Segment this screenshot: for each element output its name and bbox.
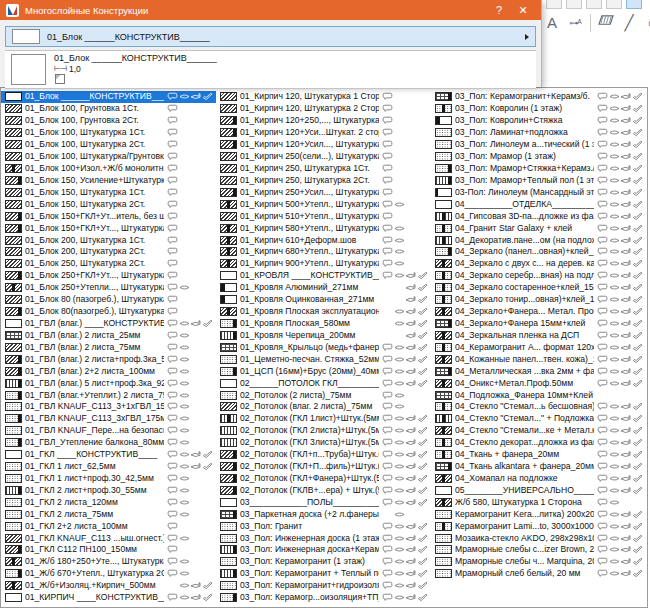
composite-row[interactable]: 04_Подложка_Фанера 10мм+Клей	[431, 389, 646, 401]
composite-row[interactable]: 04_Хомапал на подложке	[431, 473, 646, 485]
composite-row[interactable]: 04_Стекло "Стемал...ь бесшовная)+клей	[431, 401, 646, 413]
composite-row[interactable]: 04_Зеркало серебр...вная) на подложке	[431, 270, 646, 282]
composite-row[interactable]: 01_ГВЛ (влаг.) 5 лист+проф.3ка_92,5мм	[1, 377, 216, 389]
composite-row[interactable]: 04_Зеркало+Фанера 15мм+клей	[431, 318, 646, 330]
composite-row[interactable]: 04_Металлическая ...вка 2мм + фанера	[431, 365, 646, 377]
composite-row[interactable]: 03_Паркетная доска (+2 л.фанеры)	[216, 508, 431, 520]
composite-row[interactable]: 01_Кирпич 120, Штукатурка 2 Стороны	[216, 103, 431, 115]
composite-row[interactable]: 02______ПОТОЛОК ГКЛ__________	[216, 377, 431, 389]
composite-row[interactable]: 03_Пол: Мрамор+Теплый пол (1 этаж)	[431, 174, 646, 186]
composite-row[interactable]: 01_Кирпич 250+Усил..., Штукатурка 2Ст.	[216, 186, 431, 198]
composite-row[interactable]: 01_ГВЛ (влаг.) ____КОНСТРУКТИВ____	[1, 318, 216, 330]
composite-row[interactable]: 04_Оникс+Метал.Проф.50мм	[431, 377, 646, 389]
composite-row[interactable]: 01_Блок 100, Штукатурка 1Ст.	[1, 127, 216, 139]
composite-row[interactable]: 03_Пол: Гранит	[216, 520, 431, 532]
composite-row[interactable]: 01_ГКЛ 2+2 листа_100мм	[1, 520, 216, 532]
help-button[interactable]: ?	[487, 4, 511, 16]
composite-row[interactable]: 01_Блок 150, Усиление+Штукатурка 2Ст.	[1, 174, 216, 186]
composite-row[interactable]: 01_ГВЛ (влаг.) 2+2 листа_100мм	[1, 365, 216, 377]
composite-row[interactable]: 04_Гранит Star Galaxy + клей	[431, 222, 646, 234]
composite-row[interactable]: 02_Потолок (ГКЛ 1лист)+Штук.(5мм)	[216, 413, 431, 425]
label-tool-icon[interactable]: ⊶ᴬ	[567, 12, 583, 34]
composite-row[interactable]: 01_КИРПИЧ ____КОНСТРУКТИВ____	[1, 592, 216, 604]
composite-row[interactable]: 04_Ткань alkantara + фанера_20мм	[431, 461, 646, 473]
composite-row[interactable]: 03_Пол: Инженерная доска+Керамз/б.	[216, 544, 431, 556]
composite-row[interactable]: 01_ГВЛ KNAUF_С113_3+1хГВЛ_150мм	[1, 401, 216, 413]
composite-row[interactable]: 01_Блок 100, Штукатурка 2Ст.	[1, 139, 216, 151]
composite-row[interactable]: 01_ГВЛ (влаг.) 2 листа_75мм	[1, 341, 216, 353]
composite-row[interactable]: 03_Пол: Керамогранит (1 этаж)	[216, 556, 431, 568]
circle-tool-icon[interactable]: ○	[644, 12, 650, 34]
composite-row[interactable]: 01_Кирпич 580+Утепл., Штукатурка 1Ст.	[216, 222, 431, 234]
composite-row[interactable]: 01_Блок 150, Штукатурка 2Ст.	[1, 198, 216, 210]
composite-row[interactable]: 04_Зеркало с двух с... на дерев. каркасе	[431, 258, 646, 270]
composite-row[interactable]: 02_Потолок (ГКЛВ+...ера) + Штук.(5мм)	[216, 484, 431, 496]
composite-row[interactable]: 01_Блок 250+ГКЛ+Ут..., Штукатурка 1Ст.	[1, 270, 216, 282]
composite-row[interactable]: 01_Блок 80(пазогреб.), Штукатурка 1Ст.	[1, 306, 216, 318]
composite-row[interactable]: 02_Потолок (ГКЛ+П...филь)+Штук.(5мм)	[216, 461, 431, 473]
composite-row[interactable]: 01_Блок 150+ГКЛ+Ут..., Штукатурка 1Ст.	[1, 222, 216, 234]
composite-row[interactable]: 02_Потолок (ГКЛ+п...Труба)+Штук.(5мм)	[216, 449, 431, 461]
composite-row[interactable]: 02_Потолок (ГКЛ 3листа)+Штук.(5мм)	[216, 437, 431, 449]
composite-row[interactable]: 01_ГВЛ KNAUF_Пере...на безопасности»	[1, 425, 216, 437]
composite-row[interactable]: 01_Кирпич 120+Усил..., Штукатурка 1Ст.	[216, 139, 431, 151]
composite-row[interactable]: 01_Блок 80 (пазогреб.), Штукатурка 2Ст.	[1, 294, 216, 306]
composite-row[interactable]: 01_Кирпич 680+Утепл., Штукатурка 1Ст.	[216, 246, 431, 258]
composite-row[interactable]: 01_Кирпич 610+Деформ.шов	[216, 234, 431, 246]
composite-row[interactable]: 04_Кожанные панел...твен. кожа)_15мм	[431, 353, 646, 365]
composite-row[interactable]: Мраморные слебы ч... Marquina, 20 мм	[431, 556, 646, 568]
composite-row[interactable]: 03_Пол: Ковролин+Стяжка	[431, 115, 646, 127]
composite-row[interactable]: 01_ГКЛ 1 лист_62,5мм	[1, 461, 216, 473]
composite-row[interactable]: 04_Зеркало+Фанера... Метал. Профиле)	[431, 306, 646, 318]
composite-row[interactable]: 03_Пол: Ковролин (1 этаж)	[431, 103, 646, 115]
composite-row[interactable]: 01_Ж/б 180+250+Уте..., Штукатурка 1Ст.	[1, 556, 216, 568]
composite-row[interactable]: Керамогранит Lami...to, 3000х1000х3мм	[431, 520, 646, 532]
composite-row[interactable]: 01_Блок 150, Штукатурка 1Ст.	[1, 186, 216, 198]
composite-row[interactable]: 01_ГКЛ 2 листа_120мм	[1, 496, 216, 508]
composite-row[interactable]: 01_ГКЛ 2 листа_75мм	[1, 508, 216, 520]
text-tool-icon[interactable]: A	[544, 12, 560, 34]
composite-row[interactable]: 01_ГКЛ ____КОНСТРУКТИВ____	[1, 449, 216, 461]
composite-row[interactable]: 04_Керамогранит А... формат 120х60см	[431, 341, 646, 353]
composite-row[interactable]: 01_ГВЛ (влаг.) 2 листа+проф.3ка_55мм	[1, 353, 216, 365]
composite-row[interactable]: 03_Пол: Керамогранит + Теплый пол	[216, 568, 431, 580]
composite-row[interactable]: 01_Кирпич 120+Уси...Штукат. 2 стороны	[216, 127, 431, 139]
composite-row[interactable]: 01_ГКЛ С112 ПН100_150мм	[1, 544, 216, 556]
composite-row[interactable]: 05________УНИВЕРСАЛЬНО__________	[431, 484, 646, 496]
composite-row[interactable]: 01_Кирпич 900+Утепл., Штукатурка 1Ст.	[216, 258, 431, 270]
composite-row[interactable]: 01_Блок 200, Штукатурка 2Ст.	[1, 246, 216, 258]
composite-row[interactable]: 02_Потолок (влаг. 2 листа)_75мм	[216, 401, 431, 413]
composite-row[interactable]: 01_Блок 100, Грунтовка 2Ст.	[1, 115, 216, 127]
composite-row[interactable]: 02_Потолок (ГКЛ+Фанера)+Штук.(5мм)	[216, 473, 431, 485]
composite-row[interactable]: 01_Кирпич 500+Утепл., Штукатурка 1Ст.	[216, 198, 431, 210]
composite-row[interactable]: 01_Кровля_Крыльцо (медь+фанера)	[216, 341, 431, 353]
composite-row[interactable]: 03_Пол: Инженерная доска (1 этаж)	[216, 532, 431, 544]
composite-row[interactable]: 01_Кровля Оцинкованная_271мм	[216, 294, 431, 306]
fill-tool-icon[interactable]	[598, 12, 614, 34]
toolbar-icon-partial[interactable]	[546, 0, 562, 9]
composite-row[interactable]: 01_ГВЛ (влаг.+Утеплит.) 2 листа_75мм	[1, 389, 216, 401]
composite-row[interactable]: 01_Кирпич 120, Штукатурка 1 Сторона	[216, 91, 431, 103]
composite-row[interactable]: 03_Пол: Линолеум а...тический (1 этаж)	[431, 139, 646, 151]
composite-row[interactable]: 02_Потолок (2 листа)_75мм	[216, 389, 431, 401]
composite-row[interactable]: 04_Стекло "Стемал..." + Подложка 10мм	[431, 413, 646, 425]
composite-row[interactable]: 01_ЦСП (16мм)+Брус (20мм)_40мм	[216, 365, 431, 377]
composite-row[interactable]: 01_Кровля Алюминий_271мм	[216, 282, 431, 294]
composite-row[interactable]: 01_Кирпич 250, Штукатурка 2Ст.	[216, 174, 431, 186]
composite-row[interactable]: Керамогранит Kera...литка) 200х200х10	[431, 508, 646, 520]
composite-row[interactable]: 01_ГКЛ 1 лист+проф.30_42,5мм	[1, 473, 216, 485]
composite-row[interactable]: 01_Блок 100, Грунтовка 1Ст.	[1, 103, 216, 115]
composite-row[interactable]: 03_Пол: Мрамор (1 этаж)	[431, 151, 646, 163]
composite-row[interactable]: 04_Зеркало (панел...овная)+клей_10мм	[431, 246, 646, 258]
composite-row[interactable]: 01_Кирпич 250(сели...), Штукатурка 1Ст.	[216, 151, 431, 163]
composite-selector[interactable]: 01_Блок ______КОНСТРУКТИВ______	[5, 26, 536, 47]
composite-row[interactable]: 01_Блок 200, Штукатурка 1Ст.	[1, 234, 216, 246]
composite-row[interactable]: 04_Зеркало тонир...овная)+клей_15мм	[431, 294, 646, 306]
composite-row[interactable]: 01_Ж/б 670+Утепл., Штукатурка 2Ст.	[1, 568, 216, 580]
composite-row[interactable]: 01_Блок 150+ГКЛ+Ут...итель, без штукат.	[1, 210, 216, 222]
composite-row[interactable]: 01_ГВЛ KNAUF_С113_3хГВЛ_175мм	[1, 413, 216, 425]
composite-row[interactable]: 01_Кровля Плоская_580мм	[216, 318, 431, 330]
composite-row[interactable]: 01_Блок 250, Штукатурка 2Ст.	[1, 258, 216, 270]
composite-row[interactable]: 03_Пол: Мрамор+Стяжка+Керамз./б.	[431, 163, 646, 175]
composite-row[interactable]: 01_Кровля Черепица_200мм	[216, 329, 431, 341]
